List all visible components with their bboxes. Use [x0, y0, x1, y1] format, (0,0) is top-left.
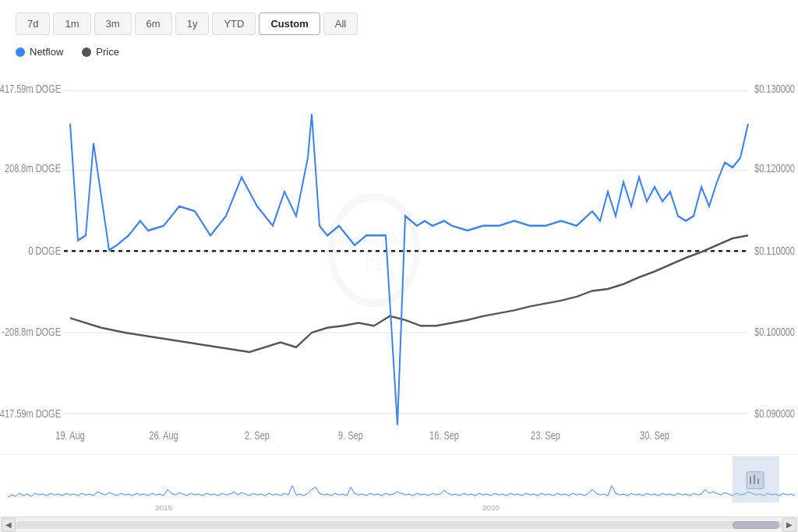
svg-text:417.59m DOGE: 417.59m DOGE [0, 83, 61, 95]
svg-text:$0.130000: $0.130000 [754, 83, 795, 95]
watermark: IntoTheBlock ITB [329, 196, 420, 303]
time-btn-1y[interactable]: 1y [175, 12, 210, 35]
legend-item-netflow: Netflow [16, 46, 63, 58]
svg-text:2015: 2015 [155, 503, 173, 512]
time-btn-1m[interactable]: 1m [53, 12, 90, 35]
svg-text:0 DOGE: 0 DOGE [28, 245, 61, 257]
svg-text:30. Sep: 30. Sep [640, 430, 669, 442]
scrollbar-wrapper: ◀ ▶ [0, 516, 798, 532]
svg-text:9. Sep: 9. Sep [338, 430, 363, 442]
time-btn-3m[interactable]: 3m [94, 12, 132, 35]
svg-text:$0.090000: $0.090000 [754, 407, 795, 419]
time-btn-7d[interactable]: 7d [16, 12, 50, 35]
time-btn-custom[interactable]: Custom [259, 12, 320, 35]
scroll-right-button[interactable]: ▶ [782, 518, 796, 532]
scroll-left-button[interactable]: ◀ [2, 518, 16, 532]
time-btn-6m[interactable]: 6m [135, 12, 172, 35]
svg-text:2. Sep: 2. Sep [245, 430, 270, 442]
legend-dot [82, 48, 91, 57]
chart-area: 417.59m DOGE 208.8m DOGE 0 DOGE -208.8m … [0, 65, 798, 454]
svg-text:$0.110000: $0.110000 [754, 245, 795, 257]
mini-chart-svg: 2015 2020 [0, 455, 798, 516]
legend-label: Price [96, 46, 119, 58]
svg-text:26. Aug: 26. Aug [149, 430, 178, 442]
svg-rect-30 [747, 472, 764, 489]
svg-text:2020: 2020 [482, 503, 500, 512]
svg-rect-26 [0, 455, 798, 516]
svg-text:19. Aug: 19. Aug [55, 430, 84, 442]
svg-text:ITB: ITB [365, 258, 383, 273]
time-btn-ytd[interactable]: YTD [212, 12, 256, 35]
mini-chart-wrapper: 2015 2020 [0, 454, 798, 516]
svg-text:$0.120000: $0.120000 [754, 163, 795, 174]
svg-text:$0.100000: $0.100000 [754, 326, 795, 338]
chart-container: 7d1m3m6m1yYTDCustomAll Netflow Price 417… [0, 0, 798, 532]
main-chart-svg: 417.59m DOGE 208.8m DOGE 0 DOGE -208.8m … [0, 65, 798, 454]
legend-label: Netflow [30, 46, 63, 58]
svg-text:208.8m DOGE: 208.8m DOGE [5, 163, 61, 174]
legend: Netflow Price [0, 43, 798, 65]
scrollbar-thumb[interactable] [733, 521, 779, 529]
svg-text:-208.8m DOGE: -208.8m DOGE [2, 326, 61, 338]
time-range-bar: 7d1m3m6m1yYTDCustomAll [0, 8, 798, 43]
scrollbar-track[interactable] [16, 521, 782, 529]
legend-item-price: Price [82, 46, 119, 58]
svg-text:16. Sep: 16. Sep [429, 430, 459, 442]
legend-dot [16, 48, 25, 57]
svg-text:23. Sep: 23. Sep [531, 430, 560, 442]
svg-text:-417.59m DOGE: -417.59m DOGE [0, 407, 61, 419]
time-btn-all[interactable]: All [323, 12, 358, 35]
main-chart-wrapper: 417.59m DOGE 208.8m DOGE 0 DOGE -208.8m … [0, 65, 798, 454]
